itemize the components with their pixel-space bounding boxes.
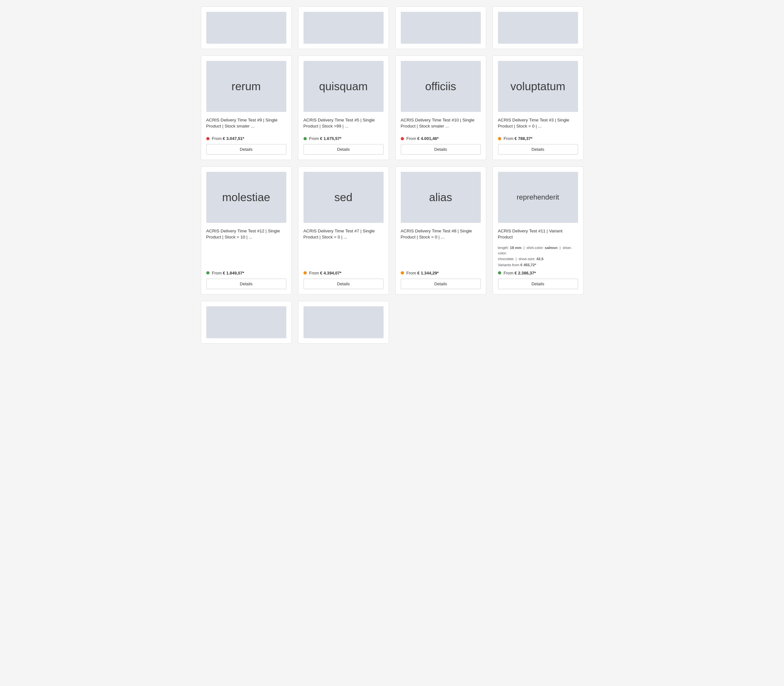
details-button[interactable]: Details [401,144,481,155]
product-card-sed: sed ACRIS Delivery Time Test #7 | Single… [298,167,389,294]
placeholder-image [304,12,384,44]
product-card-molestiae: molestiae ACRIS Delivery Time Test #12 |… [201,167,292,294]
product-image-sed: sed [304,172,384,223]
product-title: ACRIS Delivery Time Test #5 | Single Pro… [304,117,384,132]
product-image-text: officiis [425,80,456,93]
status-dot-green [498,271,501,274]
details-button[interactable]: Details [401,279,481,289]
placeholder-image [206,12,286,44]
status-dot-green [304,137,307,140]
placeholder-card-bottom-2 [298,301,389,344]
price-label: From € 1.675,57* [309,136,341,141]
status-dot-green [206,271,209,274]
product-card-quisquam: quisquam ACRIS Delivery Time Test #5 | S… [298,56,389,160]
product-title: ACRIS Delivery Time Test #8 | Single Pro… [401,228,481,267]
details-button[interactable]: Details [206,279,286,289]
placeholder-card-top-3 [395,7,486,49]
price-row: From € 4.394,07* [304,271,384,275]
price-label: From € 1.344,29* [407,271,439,275]
placeholder-image [401,12,481,44]
details-button[interactable]: Details [304,279,384,289]
price-row: From € 1.849,07* [206,271,286,275]
product-card-officiis: officiis ACRIS Delivery Time Test #10 | … [395,56,486,160]
product-image-text: rerum [232,80,261,93]
price-label: From € 4.394,07* [309,271,341,275]
status-dot-red [401,137,404,140]
product-image-rerum: rerum [206,61,286,112]
price-label: From € 788,37* [504,136,532,141]
product-card-alias: alias ACRIS Delivery Time Test #8 | Sing… [395,167,486,294]
product-title: ACRIS Delivery Time Test #10 | Single Pr… [401,117,481,132]
price-row: From € 1.675,57* [304,136,384,141]
product-card-voluptatum: voluptatum ACRIS Delivery Time Test #3 |… [493,56,583,160]
product-image-text: voluptatum [510,80,565,93]
details-button[interactable]: Details [498,279,578,289]
product-image-text: sed [335,191,353,204]
product-title: ACRIS Delivery Time Test #9 | Single Pro… [206,117,286,132]
product-title: ACRIS Delivery Test #11 | Variant Produc… [498,228,578,243]
product-image-molestiae: molestiae [206,172,286,223]
status-dot-orange [498,137,501,140]
product-image-alias: alias [401,172,481,223]
price-label: From € 3.047,51* [212,136,244,141]
price-row: From € 788,37* [498,136,578,141]
product-title: ACRIS Delivery Time Test #7 | Single Pro… [304,228,384,267]
product-variants: length: 18 mm | shirt-color: salmon | sh… [498,245,578,262]
product-image-voluptatum: voluptatum [498,61,578,112]
details-button[interactable]: Details [304,144,384,155]
price-row: From € 2.386,37* [498,271,578,275]
variants-from-label: Variants from € 455,72* [498,263,578,267]
status-dot-orange [401,271,404,274]
price-label: From € 4.001,46* [407,136,439,141]
details-button[interactable]: Details [206,144,286,155]
price-label: From € 1.849,07* [212,271,244,275]
price-row: From € 3.047,51* [206,136,286,141]
product-image-officiis: officiis [401,61,481,112]
price-row: From € 4.001,46* [401,136,481,141]
placeholder-card-top-2 [298,7,389,49]
product-image-text: alias [429,191,452,204]
placeholder-image [206,306,286,338]
product-image-reprehenderit: reprehenderit [498,172,578,223]
placeholder-image [498,12,578,44]
price-row: From € 1.344,29* [401,271,481,275]
product-image-text: quisquam [319,80,368,93]
product-grid: rerum ACRIS Delivery Time Test #9 | Sing… [201,7,583,344]
status-dot-orange [304,271,307,274]
placeholder-card-top-4 [493,7,583,49]
product-image-text: reprehenderit [516,193,559,201]
placeholder-card-bottom-1 [201,301,292,344]
placeholder-image [304,306,384,338]
product-card-rerum: rerum ACRIS Delivery Time Test #9 | Sing… [201,56,292,160]
product-title: ACRIS Delivery Time Test #3 | Single Pro… [498,117,578,132]
details-button[interactable]: Details [498,144,578,155]
status-dot-red [206,137,209,140]
product-card-reprehenderit: reprehenderit ACRIS Delivery Test #11 | … [493,167,583,294]
product-title: ACRIS Delivery Time Test #12 | Single Pr… [206,228,286,267]
price-label: From € 2.386,37* [504,271,536,275]
product-image-quisquam: quisquam [304,61,384,112]
product-image-text: molestiae [222,191,270,204]
placeholder-card-top-1 [201,7,292,49]
